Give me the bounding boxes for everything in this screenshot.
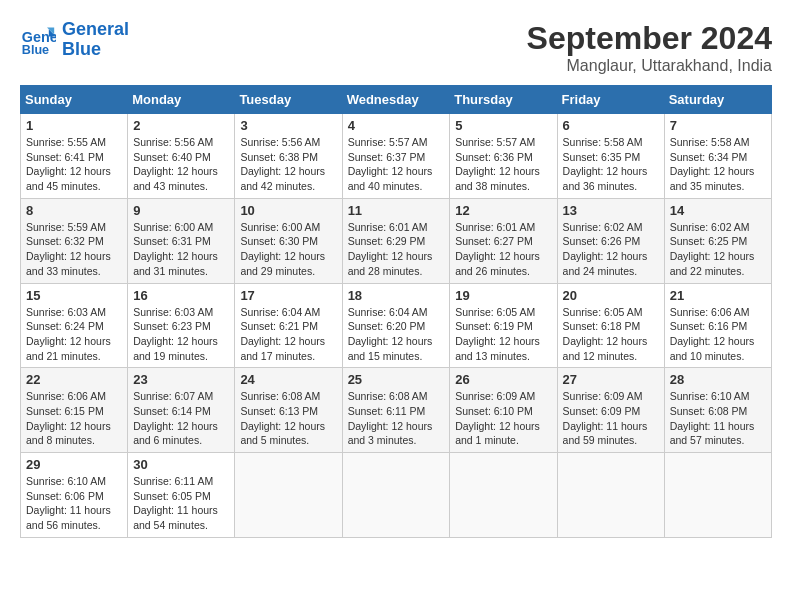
day-info: Sunrise: 5:59 AM Sunset: 6:32 PM Dayligh… <box>26 220 122 279</box>
day-number: 12 <box>455 203 551 218</box>
day-number: 20 <box>563 288 659 303</box>
title-area: September 2024 Manglaur, Uttarakhand, In… <box>527 20 772 75</box>
column-header-friday: Friday <box>557 86 664 114</box>
day-cell: 21Sunrise: 6:06 AM Sunset: 6:16 PM Dayli… <box>664 283 771 368</box>
day-info: Sunrise: 6:01 AM Sunset: 6:27 PM Dayligh… <box>455 220 551 279</box>
day-info: Sunrise: 6:04 AM Sunset: 6:21 PM Dayligh… <box>240 305 336 364</box>
column-header-saturday: Saturday <box>664 86 771 114</box>
day-info: Sunrise: 5:57 AM Sunset: 6:37 PM Dayligh… <box>348 135 445 194</box>
day-info: Sunrise: 6:01 AM Sunset: 6:29 PM Dayligh… <box>348 220 445 279</box>
day-info: Sunrise: 6:02 AM Sunset: 6:25 PM Dayligh… <box>670 220 766 279</box>
logo-icon: General Blue <box>20 22 56 58</box>
day-number: 1 <box>26 118 122 133</box>
day-cell <box>664 453 771 538</box>
day-info: Sunrise: 6:07 AM Sunset: 6:14 PM Dayligh… <box>133 389 229 448</box>
day-cell: 20Sunrise: 6:05 AM Sunset: 6:18 PM Dayli… <box>557 283 664 368</box>
day-number: 23 <box>133 372 229 387</box>
column-header-sunday: Sunday <box>21 86 128 114</box>
day-info: Sunrise: 6:09 AM Sunset: 6:10 PM Dayligh… <box>455 389 551 448</box>
column-header-thursday: Thursday <box>450 86 557 114</box>
day-info: Sunrise: 6:03 AM Sunset: 6:24 PM Dayligh… <box>26 305 122 364</box>
day-info: Sunrise: 6:05 AM Sunset: 6:19 PM Dayligh… <box>455 305 551 364</box>
day-info: Sunrise: 5:58 AM Sunset: 6:35 PM Dayligh… <box>563 135 659 194</box>
day-cell: 15Sunrise: 6:03 AM Sunset: 6:24 PM Dayli… <box>21 283 128 368</box>
day-number: 22 <box>26 372 122 387</box>
day-info: Sunrise: 6:11 AM Sunset: 6:05 PM Dayligh… <box>133 474 229 533</box>
day-number: 26 <box>455 372 551 387</box>
day-number: 6 <box>563 118 659 133</box>
day-info: Sunrise: 6:08 AM Sunset: 6:11 PM Dayligh… <box>348 389 445 448</box>
day-cell <box>450 453 557 538</box>
column-header-wednesday: Wednesday <box>342 86 450 114</box>
day-cell: 25Sunrise: 6:08 AM Sunset: 6:11 PM Dayli… <box>342 368 450 453</box>
day-number: 29 <box>26 457 122 472</box>
day-cell: 10Sunrise: 6:00 AM Sunset: 6:30 PM Dayli… <box>235 198 342 283</box>
day-cell: 16Sunrise: 6:03 AM Sunset: 6:23 PM Dayli… <box>128 283 235 368</box>
day-info: Sunrise: 5:58 AM Sunset: 6:34 PM Dayligh… <box>670 135 766 194</box>
week-row-2: 8Sunrise: 5:59 AM Sunset: 6:32 PM Daylig… <box>21 198 772 283</box>
day-info: Sunrise: 5:56 AM Sunset: 6:38 PM Dayligh… <box>240 135 336 194</box>
day-number: 8 <box>26 203 122 218</box>
svg-text:Blue: Blue <box>22 43 49 57</box>
week-row-3: 15Sunrise: 6:03 AM Sunset: 6:24 PM Dayli… <box>21 283 772 368</box>
day-cell: 27Sunrise: 6:09 AM Sunset: 6:09 PM Dayli… <box>557 368 664 453</box>
week-row-1: 1Sunrise: 5:55 AM Sunset: 6:41 PM Daylig… <box>21 114 772 199</box>
day-number: 21 <box>670 288 766 303</box>
day-cell: 30Sunrise: 6:11 AM Sunset: 6:05 PM Dayli… <box>128 453 235 538</box>
day-number: 4 <box>348 118 445 133</box>
day-info: Sunrise: 6:06 AM Sunset: 6:16 PM Dayligh… <box>670 305 766 364</box>
calendar-title: September 2024 <box>527 20 772 57</box>
day-cell: 23Sunrise: 6:07 AM Sunset: 6:14 PM Dayli… <box>128 368 235 453</box>
day-info: Sunrise: 6:09 AM Sunset: 6:09 PM Dayligh… <box>563 389 659 448</box>
day-number: 30 <box>133 457 229 472</box>
day-cell: 3Sunrise: 5:56 AM Sunset: 6:38 PM Daylig… <box>235 114 342 199</box>
day-number: 7 <box>670 118 766 133</box>
day-number: 24 <box>240 372 336 387</box>
day-cell: 22Sunrise: 6:06 AM Sunset: 6:15 PM Dayli… <box>21 368 128 453</box>
calendar-header-row: SundayMondayTuesdayWednesdayThursdayFrid… <box>21 86 772 114</box>
day-cell: 9Sunrise: 6:00 AM Sunset: 6:31 PM Daylig… <box>128 198 235 283</box>
day-number: 25 <box>348 372 445 387</box>
day-cell <box>235 453 342 538</box>
day-number: 13 <box>563 203 659 218</box>
week-row-4: 22Sunrise: 6:06 AM Sunset: 6:15 PM Dayli… <box>21 368 772 453</box>
day-info: Sunrise: 6:02 AM Sunset: 6:26 PM Dayligh… <box>563 220 659 279</box>
day-info: Sunrise: 6:00 AM Sunset: 6:30 PM Dayligh… <box>240 220 336 279</box>
day-number: 19 <box>455 288 551 303</box>
day-cell: 17Sunrise: 6:04 AM Sunset: 6:21 PM Dayli… <box>235 283 342 368</box>
day-number: 27 <box>563 372 659 387</box>
day-cell: 11Sunrise: 6:01 AM Sunset: 6:29 PM Dayli… <box>342 198 450 283</box>
day-info: Sunrise: 5:57 AM Sunset: 6:36 PM Dayligh… <box>455 135 551 194</box>
day-info: Sunrise: 6:10 AM Sunset: 6:08 PM Dayligh… <box>670 389 766 448</box>
week-row-5: 29Sunrise: 6:10 AM Sunset: 6:06 PM Dayli… <box>21 453 772 538</box>
day-info: Sunrise: 6:05 AM Sunset: 6:18 PM Dayligh… <box>563 305 659 364</box>
logo: General Blue General Blue <box>20 20 129 60</box>
calendar-subtitle: Manglaur, Uttarakhand, India <box>527 57 772 75</box>
day-cell <box>557 453 664 538</box>
logo-line2: Blue <box>62 39 101 59</box>
day-number: 14 <box>670 203 766 218</box>
day-number: 5 <box>455 118 551 133</box>
day-cell: 5Sunrise: 5:57 AM Sunset: 6:36 PM Daylig… <box>450 114 557 199</box>
day-cell: 2Sunrise: 5:56 AM Sunset: 6:40 PM Daylig… <box>128 114 235 199</box>
day-cell <box>342 453 450 538</box>
day-number: 9 <box>133 203 229 218</box>
header: General Blue General Blue September 2024… <box>20 20 772 75</box>
logo-line1: General <box>62 19 129 39</box>
day-info: Sunrise: 6:08 AM Sunset: 6:13 PM Dayligh… <box>240 389 336 448</box>
day-info: Sunrise: 6:03 AM Sunset: 6:23 PM Dayligh… <box>133 305 229 364</box>
calendar-table: SundayMondayTuesdayWednesdayThursdayFrid… <box>20 85 772 538</box>
day-cell: 7Sunrise: 5:58 AM Sunset: 6:34 PM Daylig… <box>664 114 771 199</box>
day-number: 16 <box>133 288 229 303</box>
day-info: Sunrise: 6:04 AM Sunset: 6:20 PM Dayligh… <box>348 305 445 364</box>
day-cell: 13Sunrise: 6:02 AM Sunset: 6:26 PM Dayli… <box>557 198 664 283</box>
day-number: 11 <box>348 203 445 218</box>
day-cell: 14Sunrise: 6:02 AM Sunset: 6:25 PM Dayli… <box>664 198 771 283</box>
column-header-monday: Monday <box>128 86 235 114</box>
day-info: Sunrise: 5:56 AM Sunset: 6:40 PM Dayligh… <box>133 135 229 194</box>
logo-text: General Blue <box>62 20 129 60</box>
day-cell: 26Sunrise: 6:09 AM Sunset: 6:10 PM Dayli… <box>450 368 557 453</box>
day-cell: 28Sunrise: 6:10 AM Sunset: 6:08 PM Dayli… <box>664 368 771 453</box>
day-number: 17 <box>240 288 336 303</box>
day-info: Sunrise: 6:06 AM Sunset: 6:15 PM Dayligh… <box>26 389 122 448</box>
